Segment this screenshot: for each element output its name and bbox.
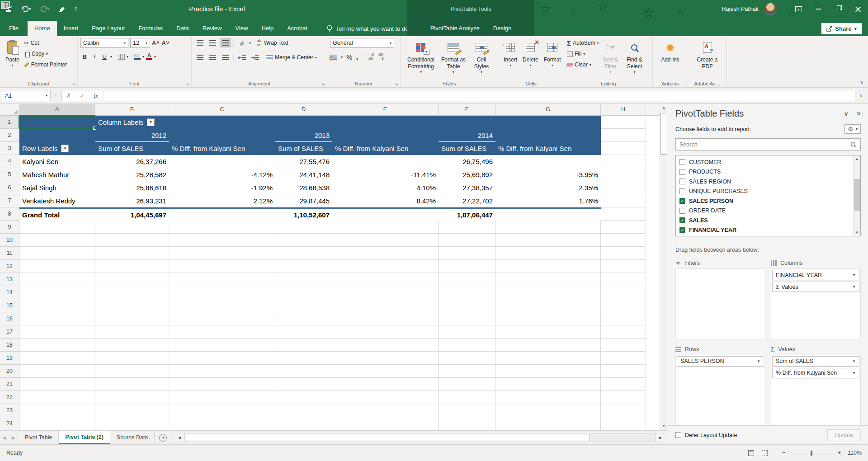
pivot-value[interactable]: 29,87,445 [275, 194, 332, 207]
pivot-row-name[interactable]: Sajal Singh [19, 181, 95, 194]
grid-cell[interactable] [332, 325, 439, 339]
row-header-20[interactable]: 20 [0, 365, 19, 378]
select-all-corner[interactable] [0, 104, 19, 116]
column-header-b[interactable]: B [95, 104, 169, 116]
grid-cell[interactable] [19, 286, 95, 299]
grand-total-label[interactable]: Grand Total [19, 207, 95, 221]
list-scroll-up-icon[interactable]: ▲ [854, 155, 860, 162]
grid-cell[interactable] [19, 404, 95, 417]
accounting-format-icon[interactable] [330, 55, 337, 60]
field-item-customer[interactable]: CUSTOMER [679, 157, 851, 167]
grid-cell[interactable] [19, 247, 95, 260]
fill-color-icon[interactable] [134, 54, 141, 60]
grid-cell[interactable] [19, 312, 95, 325]
grand-total-value[interactable]: 1,04,45,697 [95, 207, 169, 221]
filters-drop-zone[interactable] [675, 268, 765, 339]
borders-icon[interactable] [118, 54, 125, 60]
pivot-value[interactable]: 25,69,892 [439, 168, 495, 181]
increase-font-size-icon[interactable]: A˄ [152, 39, 160, 47]
grand-total-value[interactable] [495, 207, 601, 221]
underline-button[interactable]: U [100, 53, 108, 60]
pivot-value[interactable]: 25,28,582 [95, 168, 169, 181]
grid-cell[interactable] [332, 378, 439, 391]
grid-cell[interactable] [601, 352, 646, 365]
grid-cell[interactable] [169, 312, 275, 325]
format-painter-qat-icon[interactable] [59, 6, 66, 13]
grid-cell[interactable] [95, 247, 169, 260]
align-bottom-icon[interactable] [220, 38, 231, 47]
pivot-header-sum-2013[interactable]: Sum of SALES [275, 142, 332, 155]
row-header-2[interactable]: 2 [0, 129, 19, 142]
grid-cell[interactable] [169, 260, 275, 273]
pivot-header-diff-2013[interactable]: % Diff. from Kalyani Sen [332, 142, 439, 155]
tab-insert[interactable]: Insert [57, 21, 85, 36]
values-drop-zone[interactable]: Sum of SALES▼ % Diff. from Kalyani Sen▼ [771, 355, 861, 426]
grid-cell[interactable] [169, 378, 275, 391]
tab-split-handle[interactable]: ⁞ [173, 435, 175, 440]
row-header-5[interactable]: 5 [0, 168, 19, 181]
grid-cell[interactable] [95, 260, 169, 273]
tab-review[interactable]: Review [196, 21, 229, 36]
align-middle-icon[interactable] [207, 38, 218, 47]
horizontal-scrollbar[interactable]: ⁞ ◀ ▶ [173, 433, 664, 442]
autosum-button[interactable]: ΣAutoSum ▾ [567, 38, 599, 48]
grid-cell[interactable] [332, 234, 439, 247]
pivot-header-diff-2014[interactable]: % Diff. from Kalyani Sen [495, 142, 601, 155]
field-item-order-date[interactable]: ORDER DATE [679, 206, 851, 216]
customize-qat-icon[interactable]: ▿̄ [75, 7, 77, 12]
redo-icon[interactable]: ▾ [40, 6, 50, 13]
pill-sales-person[interactable]: SALES PERSON▼ [677, 356, 764, 367]
decrease-decimal-icon[interactable]: .00→.0 [377, 53, 384, 61]
pivot-value[interactable]: 28,68,538 [275, 181, 332, 194]
grid-cell[interactable] [439, 365, 495, 378]
pivot-value[interactable]: 26,75,496 [439, 155, 495, 168]
grid-cell[interactable] [275, 417, 332, 430]
grid-cell[interactable] [169, 286, 275, 299]
grid-cell[interactable] [19, 221, 95, 234]
insert-function-icon[interactable]: fx [89, 92, 103, 99]
pivot-value[interactable]: 1.76% [495, 194, 601, 207]
update-button[interactable]: Update [827, 429, 861, 441]
grid-cell[interactable] [169, 221, 275, 234]
checkbox-icon[interactable] [679, 188, 685, 194]
normal-view-icon[interactable] [0, 0, 11, 10]
grid-cell[interactable] [95, 299, 169, 312]
grid-cell[interactable] [169, 352, 275, 365]
decrease-font-size-icon[interactable]: A˅ [162, 39, 170, 47]
ribbon-display-options-icon[interactable]: ▲ [788, 0, 808, 18]
clipboard-dialog-launcher-icon[interactable]: ↘ [72, 82, 75, 86]
pivot-year-2013[interactable]: 2013 [275, 129, 332, 142]
italic-button[interactable]: I [90, 53, 99, 60]
grid-cell[interactable] [169, 247, 275, 260]
row-header-10[interactable]: 10 [0, 234, 19, 247]
pivot-cell[interactable] [332, 129, 439, 142]
grid-cell[interactable] [601, 404, 646, 417]
row-header-17[interactable]: 17 [0, 325, 19, 339]
field-item-products[interactable]: PRODUCTS [679, 167, 851, 177]
panel-options-chevron-icon[interactable]: ∨ [844, 110, 848, 118]
grid-cell[interactable] [275, 391, 332, 404]
list-scroll-down-icon[interactable]: ▼ [854, 229, 860, 236]
column-header-f[interactable]: F [439, 104, 495, 116]
row-header-14[interactable]: 14 [0, 286, 19, 299]
grid-cell[interactable] [601, 391, 646, 404]
grid-cell[interactable] [332, 312, 439, 325]
sheet-tab-pivot-table[interactable]: Pivot Table [18, 431, 59, 444]
find-select-button[interactable]: Find & Select▾ [622, 38, 646, 79]
font-name-combo[interactable]: Calibri▾ [80, 38, 128, 48]
minimize-icon[interactable] [808, 0, 828, 18]
zoom-slider-handle[interactable] [811, 451, 812, 456]
grid-cell[interactable] [495, 299, 601, 312]
grid-cell[interactable] [275, 339, 332, 352]
grid-cell[interactable] [601, 365, 646, 378]
cut-button[interactable]: ✂Cut [24, 38, 67, 48]
pill-chevron-icon[interactable]: ▼ [852, 285, 856, 289]
grid-cell[interactable] [275, 378, 332, 391]
align-center-icon[interactable] [207, 53, 218, 62]
grand-total-value[interactable] [332, 207, 439, 221]
grid-cell[interactable] [275, 273, 332, 286]
pivot-value[interactable]: 26,37,266 [95, 155, 169, 168]
grid-cell[interactable] [332, 260, 439, 273]
pivot-year-2012[interactable]: 2012 [95, 129, 169, 142]
share-button[interactable]: Share ▾ [821, 23, 862, 34]
